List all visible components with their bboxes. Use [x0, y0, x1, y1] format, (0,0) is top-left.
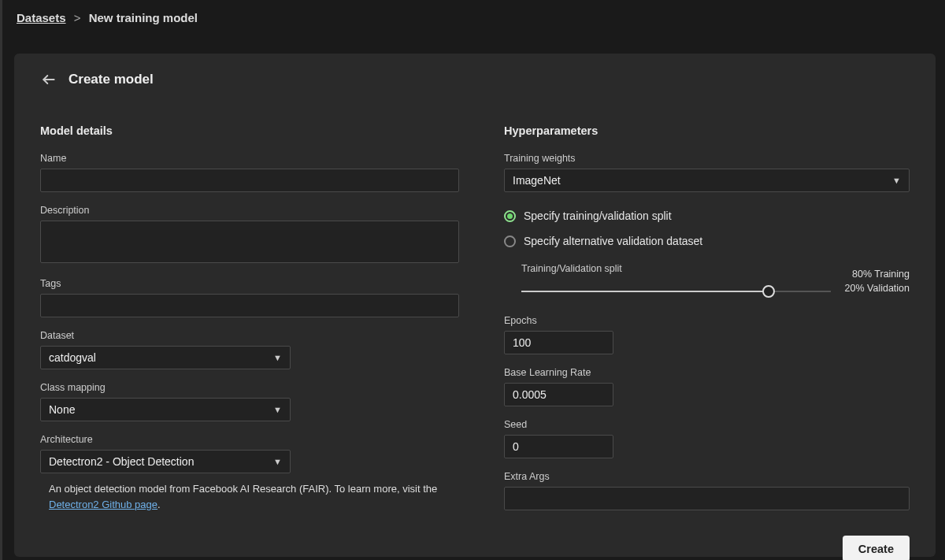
architecture-select[interactable]: Detectron2 - Object Detection ▼: [40, 450, 291, 473]
field-base-lr: Base Learning Rate: [504, 367, 910, 406]
form-body: Model details Name Description Tags Data…: [14, 106, 936, 525]
extra-args-label: Extra Args: [504, 471, 910, 482]
field-extra-args: Extra Args: [504, 471, 910, 510]
hyperparameters-column: Hyperparameters Training weights ImageNe…: [504, 124, 910, 525]
create-button[interactable]: Create: [843, 536, 910, 560]
radio-alt-label: Specify alternative validation dataset: [524, 235, 702, 247]
radio-icon: [504, 210, 516, 222]
seed-input[interactable]: [504, 435, 613, 458]
create-model-panel: Create model Model details Name Descript…: [14, 54, 936, 557]
tags-input[interactable]: [40, 294, 459, 317]
field-split: Training/Validation split 80% Training 2…: [504, 263, 910, 298]
split-readout-train: 80% Training: [845, 268, 910, 282]
breadcrumb-root-link[interactable]: Datasets: [17, 11, 66, 24]
training-weights-label: Training weights: [504, 153, 910, 164]
radio-specify-split[interactable]: Specify training/validation split: [504, 210, 910, 222]
split-label: Training/Validation split: [521, 263, 831, 274]
epochs-label: Epochs: [504, 315, 910, 326]
field-tags: Tags: [40, 278, 459, 317]
lr-input[interactable]: [504, 383, 613, 406]
dataset-select[interactable]: catdogval ▼: [40, 346, 291, 369]
chevron-down-icon: ▼: [273, 353, 282, 362]
chevron-down-icon: ▼: [273, 457, 282, 466]
panel-footer: Create: [14, 525, 936, 560]
chevron-down-icon: ▼: [892, 176, 901, 185]
architecture-description: An object detection model from Facebook …: [40, 481, 446, 512]
architecture-select-value: Detectron2 - Object Detection: [49, 455, 273, 468]
radio-icon: [504, 235, 516, 247]
breadcrumb: Datasets > New training model: [2, 0, 945, 35]
split-readout: 80% Training 20% Validation: [845, 263, 910, 295]
chevron-down-icon: ▼: [273, 405, 282, 414]
tags-label: Tags: [40, 278, 459, 289]
breadcrumb-current: New training model: [89, 11, 198, 24]
radio-specify-alt-dataset[interactable]: Specify alternative validation dataset: [504, 235, 910, 247]
panel-header: Create model: [14, 54, 936, 106]
section-title-hyperparameters: Hyperparameters: [504, 124, 910, 137]
field-training-weights: Training weights ImageNet ▼: [504, 153, 910, 192]
epochs-input[interactable]: [504, 331, 613, 354]
section-title-model-details: Model details: [40, 124, 446, 137]
field-dataset: Dataset catdogval ▼: [40, 330, 446, 369]
seed-label: Seed: [504, 419, 910, 430]
dataset-label: Dataset: [40, 330, 446, 341]
architecture-label: Architecture: [40, 434, 446, 445]
field-epochs: Epochs: [504, 315, 910, 354]
field-class-mapping: Class mapping None ▼: [40, 382, 446, 421]
field-description: Description: [40, 205, 459, 265]
architecture-github-link[interactable]: Detectron2 Github page: [49, 499, 158, 510]
field-seed: Seed: [504, 419, 910, 458]
description-input[interactable]: [40, 221, 459, 263]
extra-args-input[interactable]: [504, 487, 910, 510]
split-slider[interactable]: [521, 285, 831, 298]
training-weights-select[interactable]: ImageNet ▼: [504, 169, 910, 192]
model-details-column: Model details Name Description Tags Data…: [40, 124, 446, 525]
class-mapping-select[interactable]: None ▼: [40, 398, 291, 421]
field-name: Name: [40, 153, 459, 192]
class-mapping-select-value: None: [49, 403, 273, 416]
radio-split-label: Specify training/validation split: [524, 210, 672, 222]
slider-track-fill: [521, 291, 769, 292]
training-weights-select-value: ImageNet: [513, 174, 892, 187]
dataset-select-value: catdogval: [49, 351, 273, 364]
class-mapping-label: Class mapping: [40, 382, 446, 393]
validation-mode-radio-group: Specify training/validation split Specif…: [504, 210, 910, 247]
back-arrow-icon[interactable]: [40, 71, 57, 88]
slider-thumb[interactable]: [762, 285, 775, 298]
lr-label: Base Learning Rate: [504, 367, 910, 378]
split-readout-val: 20% Validation: [845, 282, 910, 296]
name-label: Name: [40, 153, 459, 164]
breadcrumb-separator: >: [74, 11, 81, 24]
name-input[interactable]: [40, 169, 459, 192]
description-label: Description: [40, 205, 459, 216]
field-architecture: Architecture Detectron2 - Object Detecti…: [40, 434, 446, 512]
panel-title: Create model: [69, 72, 154, 87]
